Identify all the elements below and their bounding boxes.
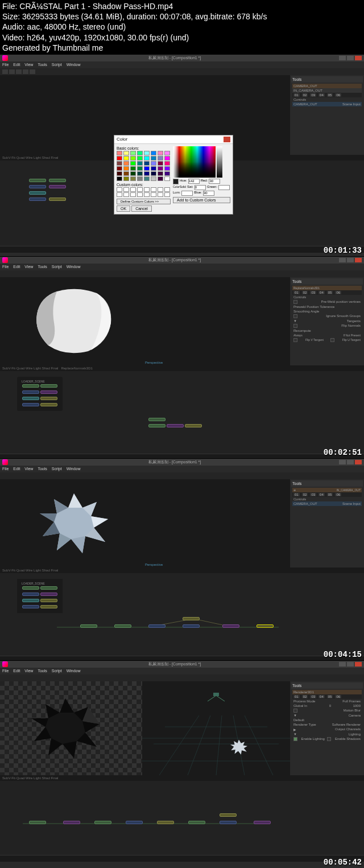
main-toolbar[interactable] (0, 68, 364, 75)
menu-script[interactable]: Script (52, 63, 62, 67)
node[interactable] (49, 185, 66, 188)
minimize-button[interactable] (339, 56, 346, 60)
grid-icon (142, 681, 290, 775)
svg-marker-28 (230, 739, 247, 754)
svg-marker-5 (40, 513, 57, 522)
menu-edit[interactable]: Edit (13, 63, 20, 67)
basic-color-swatches[interactable] (117, 151, 171, 181)
custom-color-swatches[interactable] (117, 187, 171, 197)
svg-line-25 (208, 696, 216, 701)
node[interactable] (29, 198, 46, 201)
ok-button[interactable]: OK (117, 205, 130, 212)
maximize-button[interactable] (347, 56, 354, 60)
sat-input[interactable]: 0 (195, 185, 206, 190)
group-label: LOADER_SCENE (22, 380, 58, 383)
window-title: 私展演练制 - [Composition1 *] (10, 55, 339, 61)
color-gradient[interactable] (173, 146, 216, 178)
svg-line-17 (159, 715, 199, 775)
menu-file[interactable]: File (2, 63, 9, 67)
menu-window[interactable]: Window (67, 63, 81, 67)
custom-colors-label: Custom colors: (117, 183, 171, 187)
checkbox[interactable] (293, 300, 297, 304)
node[interactable] (29, 179, 46, 182)
svg-marker-1 (68, 493, 82, 508)
window-controls[interactable] (339, 56, 362, 60)
define-custom-button[interactable]: Define Custom Colors >> (117, 199, 171, 204)
viewport-perspective[interactable] (142, 681, 290, 775)
basic-colors-label: Basic colors: (117, 146, 171, 150)
hue-input[interactable]: 142 (188, 179, 200, 184)
thumbnail-1: 私展演练制 - [Composition1 *] File Edit View … (0, 54, 364, 256)
dialog-close-button[interactable] (224, 137, 230, 142)
tools-panel: Tools ReplaceNormals3D1 010203040506 Con… (290, 277, 364, 365)
file-info-header: File: CRÃ¼STAL Part 1 - Shadow Pass-HD.m… (0, 0, 364, 54)
toolbar-button[interactable] (16, 69, 22, 74)
viewport-label: Perspective (145, 361, 163, 364)
toolbar-button[interactable] (2, 69, 8, 74)
menu-tools[interactable]: Tools (38, 63, 47, 67)
thumbnail-4: 私展演练制 - [Composition1 *] FileEditViewToo… (0, 660, 364, 868)
timeline[interactable] (0, 246, 364, 253)
node-graph[interactable]: LOADER_SCENE (0, 573, 364, 656)
color-swatch[interactable] (117, 151, 122, 155)
lum-input[interactable] (181, 191, 193, 196)
timestamp: 00:04:15 (324, 650, 362, 659)
app-logo-icon (2, 55, 8, 61)
crystal-mesh-icon (28, 488, 119, 562)
timestamp: 00:01:33 (324, 246, 362, 255)
shadow-pass-icon (20, 693, 111, 767)
tools-panel: Tools CAMERA_OUT IN_CAMERA_OUT 01 02 03 … (290, 75, 364, 155)
close-button[interactable] (355, 56, 362, 60)
svg-line-21 (245, 715, 273, 775)
svg-rect-27 (213, 693, 219, 696)
main-toolbar[interactable] (0, 270, 364, 277)
color-preview (173, 179, 179, 184)
menu-bar[interactable]: File Edit View Tools Script Window (0, 61, 364, 68)
svg-line-18 (188, 715, 210, 775)
toolbar-button[interactable] (23, 69, 28, 74)
timestamp: 00:02:51 (324, 448, 362, 457)
svg-marker-8 (71, 536, 85, 553)
controls-label: Controls (293, 98, 306, 101)
node[interactable] (49, 179, 66, 182)
menu-bar[interactable]: FileEditViewToolsScriptWindow (0, 264, 364, 270)
dialog-title: Color (117, 137, 127, 142)
add-custom-button[interactable]: Add to Custom Colors (173, 197, 230, 203)
camera-out-label: CAMERA_OUT (293, 84, 317, 88)
luminance-slider[interactable] (217, 146, 222, 178)
toolbar-button[interactable] (30, 69, 35, 74)
svg-marker-3 (91, 516, 108, 528)
color-picker-dialog[interactable]: Color Basic colors: Custom colors: (114, 135, 233, 215)
blue-input[interactable]: 30 (203, 191, 214, 196)
timestamp: 00:05:42 (324, 858, 362, 867)
window-title-bar: 私展演练制 - [Composition1 *] (0, 55, 364, 61)
in-camera-label: IN_CAMERA_OUT (293, 89, 322, 92)
node[interactable] (29, 191, 46, 195)
mesh-preview-icon (23, 283, 119, 360)
menu-view[interactable]: View (24, 63, 33, 67)
thumbnail-2: 私展演练制 - [Composition1 *] FileEditViewToo… (0, 256, 364, 458)
svg-line-26 (216, 696, 225, 701)
node-graph[interactable]: LOADER_SCENE (0, 371, 364, 454)
viewport-3d[interactable]: Perspective (0, 479, 290, 567)
timecode-row[interactable]: 01 02 03 04 05 06 (292, 93, 362, 97)
node-graph[interactable]: Color Basic colors: Custom colors: (0, 161, 364, 246)
thumbnail-3: 私展演练制 - [Composition1 *] FileEditViewToo… (0, 458, 364, 660)
red-input[interactable]: 30 (209, 179, 220, 184)
node[interactable] (49, 198, 66, 201)
tools-header: Tools (291, 76, 363, 83)
viewport-alpha[interactable] (0, 681, 142, 775)
svg-line-19 (216, 715, 222, 775)
app-logo-icon (2, 257, 8, 263)
toolbar-button[interactable] (9, 69, 15, 74)
node-graph[interactable] (0, 781, 364, 855)
cancel-button[interactable]: Cancel (131, 205, 152, 212)
green-input[interactable] (218, 185, 230, 190)
viewport-3d[interactable]: Perspective (0, 277, 290, 365)
window-title-bar: 私展演练制 - [Composition1 *] (0, 257, 364, 264)
node[interactable] (29, 185, 46, 188)
